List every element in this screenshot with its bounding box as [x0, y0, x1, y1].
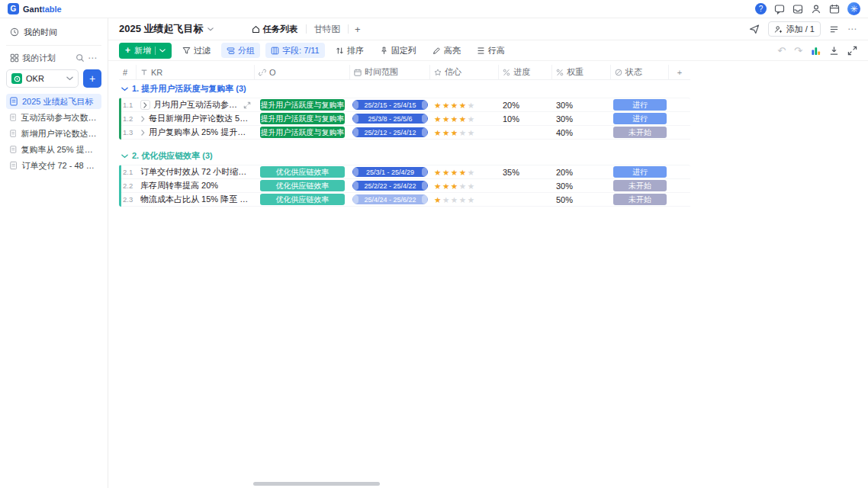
expand-chevron-icon[interactable]	[140, 116, 146, 122]
objective-tag[interactable]: 提升用户活跃度与复购率	[260, 127, 345, 138]
tab-gantt[interactable]: 甘特图	[307, 18, 349, 40]
group-button[interactable]: 分组	[221, 43, 260, 58]
status-badge[interactable]: 进行	[613, 113, 667, 124]
fields-button[interactable]: 字段: 7/11	[265, 43, 325, 58]
weight-cell[interactable]: 20%	[552, 165, 611, 178]
add-plan-button[interactable]: +	[83, 69, 101, 88]
weight-cell[interactable]: 30%	[552, 179, 611, 192]
tab-task-list[interactable]: 任务列表	[244, 18, 306, 40]
objective-cell[interactable]: 优化供应链效率	[255, 179, 350, 192]
view-settings-icon[interactable]	[829, 24, 839, 34]
range-bar[interactable]: 25/2/12 - 25/4/12	[352, 127, 428, 137]
status-cell[interactable]: 未开始	[611, 179, 669, 192]
group-header-1[interactable]: 1. 提升用户活跃度与复购率 (3)	[119, 80, 868, 98]
highlight-button[interactable]: 高亮	[427, 43, 466, 58]
status-cell[interactable]: 进行	[611, 112, 669, 125]
confidence-cell[interactable]: ★★★★★	[430, 179, 499, 192]
group-header-2[interactable]: 2. 优化供应链效率 (3)	[119, 147, 868, 165]
table-row[interactable]: 1.3 用户复购率从 25% 提升至 35% 提升用户活跃度与复购率 25/2/…	[121, 126, 690, 140]
column-header-num[interactable]: #	[119, 65, 137, 79]
plans-more-icon[interactable]: ⋯	[88, 53, 98, 63]
kr-cell[interactable]: 库存周转率提高 20%	[137, 179, 255, 192]
column-header-range[interactable]: 时间范围	[350, 65, 430, 79]
progress-cell[interactable]	[499, 126, 552, 139]
kr-cell[interactable]: 物流成本占比从 15% 降至 12%	[137, 193, 255, 206]
confidence-cell[interactable]: ★★★★★	[430, 98, 499, 111]
table-row[interactable]: 1.2 每日新增用户评论数达 5000 条 提升用户活跃度与复购率 25/3/8…	[121, 112, 690, 126]
table-row[interactable]: 1.1 月均用户互动活动参与次数... 提升用户活跃度与复购率 25/2/15 …	[121, 98, 690, 112]
fullscreen-icon[interactable]	[847, 46, 857, 56]
sidebar-item-my-time[interactable]: 我的时间	[6, 23, 101, 41]
range-cell[interactable]: 25/2/22 - 25/4/22	[350, 179, 430, 192]
range-cell[interactable]: 25/4/24 - 25/6/22	[350, 193, 430, 206]
column-header-progress[interactable]: 进度	[499, 65, 552, 79]
app-logo-icon[interactable]: G	[8, 3, 19, 14]
range-bar[interactable]: 25/4/24 - 25/6/22	[352, 194, 428, 204]
kr-cell[interactable]: 用户复购率从 25% 提升至 35%	[137, 126, 255, 139]
status-badge[interactable]: 未开始	[613, 194, 667, 205]
status-badge[interactable]: 进行	[613, 166, 667, 178]
sidebar-plan-item[interactable]: 新增用户评论数达 500...	[6, 126, 101, 141]
table-row[interactable]: 2.1 订单交付时效从 72 小时缩短至 48 小时 优化供应链效率 25/3/…	[121, 165, 690, 179]
table-row[interactable]: 2.2 库存周转率提高 20% 优化供应链效率 25/2/22 - 25/4/2…	[121, 179, 690, 193]
progress-cell[interactable]: 20%	[499, 98, 552, 111]
status-cell[interactable]: 进行	[611, 165, 669, 178]
status-badge[interactable]: 未开始	[613, 127, 667, 138]
confidence-cell[interactable]: ★★★★★	[430, 165, 499, 178]
range-cell[interactable]: 25/3/8 - 25/5/6	[350, 112, 430, 125]
objective-tag[interactable]: 优化供应链效率	[260, 166, 345, 178]
share-icon[interactable]	[749, 24, 760, 34]
range-bar[interactable]: 25/2/15 - 25/4/15	[352, 100, 428, 110]
status-cell[interactable]: 未开始	[611, 193, 669, 206]
account-icon[interactable]	[811, 4, 821, 14]
sort-button[interactable]: 排序	[330, 43, 369, 58]
sidebar-plan-item[interactable]: 互动活动参与次数提升...	[6, 110, 101, 125]
weight-cell[interactable]: 40%	[552, 126, 611, 139]
range-cell[interactable]: 25/2/15 - 25/4/15	[350, 98, 430, 111]
new-record-button[interactable]: + 新增	[119, 43, 172, 59]
add-member-button[interactable]: 添加 / 1	[768, 21, 821, 37]
filter-button[interactable]: 过滤	[177, 43, 216, 58]
add-column-button[interactable]: +	[669, 65, 690, 79]
column-header-weight[interactable]: 权重	[552, 65, 611, 79]
table-row[interactable]: 2.3 物流成本占比从 15% 降至 12% 优化供应链效率 25/4/24 -…	[121, 193, 690, 207]
search-icon[interactable]	[76, 53, 85, 63]
objective-cell[interactable]: 优化供应链效率	[255, 165, 350, 178]
new-view-button[interactable]: +	[349, 24, 367, 35]
column-header-kr[interactable]: KR	[137, 65, 255, 79]
row-height-button[interactable]: 行高	[471, 43, 510, 58]
objective-tag[interactable]: 提升用户活跃度与复购率	[260, 113, 345, 124]
kr-cell[interactable]: 每日新增用户评论数达 5000 条	[137, 112, 255, 125]
open-record-icon[interactable]	[243, 101, 251, 109]
objective-tag[interactable]: 提升用户活跃度与复购率	[260, 99, 345, 111]
help-icon[interactable]: ?	[755, 3, 767, 14]
download-icon[interactable]	[829, 46, 839, 56]
status-badge[interactable]: 进行	[613, 99, 667, 111]
sidebar-plan-item[interactable]: 订单交付 72 - 48 小时	[6, 158, 101, 173]
confidence-cell[interactable]: ★★★★★	[430, 126, 499, 139]
status-badge[interactable]: 未开始	[613, 180, 667, 191]
weight-cell[interactable]: 50%	[552, 193, 611, 206]
progress-cell[interactable]	[499, 193, 552, 206]
progress-cell[interactable]: 10%	[499, 112, 552, 125]
column-header-o[interactable]: O	[255, 65, 350, 79]
inbox-icon[interactable]	[792, 4, 803, 14]
more-actions-icon[interactable]: ⋯	[847, 24, 857, 34]
chart-icon[interactable]	[811, 46, 821, 56]
sidebar-plan-item[interactable]: 2025 业绩起飞目标	[6, 94, 101, 109]
message-icon[interactable]	[774, 4, 785, 14]
range-cell[interactable]: 25/2/12 - 25/4/12	[350, 126, 430, 139]
objective-cell[interactable]: 提升用户活跃度与复购率	[255, 126, 350, 139]
calendar-icon[interactable]	[829, 4, 840, 14]
column-header-status[interactable]: 状态	[611, 65, 669, 79]
weight-cell[interactable]: 30%	[552, 112, 611, 125]
expand-chevron-icon[interactable]	[140, 130, 146, 136]
weight-cell[interactable]: 30%	[552, 98, 611, 111]
expand-chevron-icon[interactable]	[140, 100, 150, 110]
horizontal-scrollbar[interactable]	[253, 482, 380, 486]
column-header-confidence[interactable]: 信心	[430, 65, 499, 79]
objective-tag[interactable]: 优化供应链效率	[260, 180, 345, 191]
range-bar[interactable]: 25/3/1 - 25/4/29	[352, 167, 428, 177]
objective-cell[interactable]: 提升用户活跃度与复购率	[255, 98, 350, 111]
undo-icon[interactable]: ↶	[777, 46, 786, 56]
